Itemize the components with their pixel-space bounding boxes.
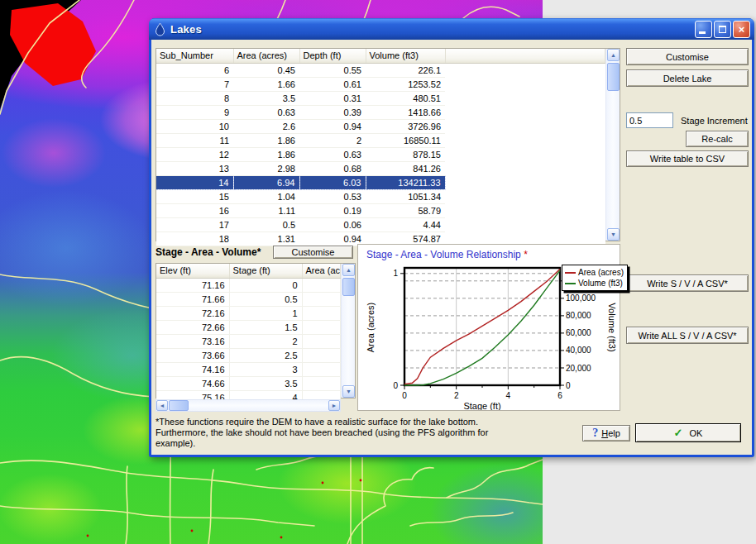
table-row[interactable]: 102.60.943726.96 (156, 119, 605, 133)
svg-text:Stage (ft): Stage (ft) (463, 401, 500, 410)
write-all-sva-csv-button[interactable]: Write ALL S / V / A CSV* (626, 327, 749, 344)
table-row[interactable]: 83.50.31480.51 (156, 91, 605, 105)
lakes-table-vscrollbar[interactable]: ▲ ▼ (605, 49, 620, 241)
sva-chart-panel: Stage - Area - Volume Relationship * Are… (357, 244, 620, 411)
scroll-up-icon[interactable]: ▲ (607, 49, 620, 61)
lakes-dialog: Lakes × Sub_Number Area (acres) Depth (f… (149, 18, 754, 457)
sva-section-title: Stage - Area - Volume* (156, 246, 261, 258)
table-row[interactable]: 72.661.5 (156, 320, 341, 334)
chart-legend: Area (acres) Volume (ft3) (562, 265, 628, 291)
table-row[interactable]: 73.662.5 (156, 348, 341, 362)
check-icon: ✓ (674, 427, 683, 439)
table-row[interactable]: 74.163 (156, 362, 341, 376)
maximize-icon (719, 26, 726, 33)
svg-text:40,000: 40,000 (566, 346, 591, 355)
scrollbar-thumb[interactable] (607, 63, 620, 91)
table-row[interactable]: 71.160 (156, 278, 341, 292)
col-volume[interactable]: Volume (ft3) (366, 49, 445, 63)
maximize-button[interactable] (714, 21, 731, 38)
table-row[interactable]: 161.110.1958.79 (156, 203, 605, 217)
sva-customise-button[interactable]: Customise (273, 246, 353, 259)
lakes-table: Sub_Number Area (acres) Depth (ft) Volum… (156, 48, 620, 241)
sva-table: Elev (ft) Stage (ft) Area (acres) 71.160… (156, 263, 356, 398)
table-row[interactable]: 72.161 (156, 306, 341, 320)
col-filler (445, 49, 605, 63)
table-row[interactable]: 74.663.5 (156, 376, 341, 390)
table-row[interactable]: 90.630.391418.66 (156, 105, 605, 119)
stage-increment-input[interactable] (626, 112, 673, 128)
table-row[interactable]: 151.040.531051.34 (156, 189, 605, 203)
svg-text:1: 1 (393, 269, 398, 278)
svg-text:6: 6 (557, 391, 562, 400)
svg-text:0: 0 (566, 381, 571, 390)
dialog-title: Lakes (170, 23, 695, 36)
svg-text:0: 0 (393, 381, 398, 390)
minimize-button[interactable] (695, 21, 712, 38)
legend-item-volume: Volume (ft3) (565, 278, 624, 289)
droplet-icon (154, 22, 166, 36)
col-area[interactable]: Area (acres) (233, 49, 299, 63)
ok-button[interactable]: ✓ OK (635, 423, 741, 442)
dialog-body: Sub_Number Area (acres) Depth (ft) Volum… (151, 40, 752, 455)
sva-table-hscrollbar[interactable]: ◄ ► (156, 399, 341, 412)
recalc-button[interactable]: Re-calc (686, 131, 749, 147)
write-table-csv-button[interactable]: Write table to CSV (626, 150, 749, 167)
chart-title: Stage - Area - Volume Relationship * (366, 249, 528, 260)
help-button[interactable]: ? Help (582, 425, 630, 441)
scrollbar-thumb[interactable] (169, 400, 189, 411)
sva-table-header: Elev (ft) Stage (ft) Area (acres) (156, 264, 341, 278)
col-sva-area[interactable]: Area (acres) (302, 264, 341, 278)
table-row[interactable]: 71.660.611253.52 (156, 77, 605, 91)
scrollbar-thumb[interactable] (342, 278, 355, 296)
table-row[interactable]: 132.980.68841.26 (156, 161, 605, 175)
scroll-up-icon[interactable]: ▲ (342, 264, 355, 276)
svg-text:2: 2 (454, 391, 459, 400)
close-button[interactable]: × (733, 21, 750, 38)
volume-series-swatch (565, 283, 576, 284)
dialog-titlebar[interactable]: Lakes × (149, 18, 754, 40)
stage-increment-label: Stage Increment (681, 116, 748, 126)
svg-text:80,000: 80,000 (566, 311, 591, 320)
table-row[interactable]: 111.86216850.11 (156, 133, 605, 147)
sva-table-vscrollbar[interactable]: ▲ ▼ (341, 264, 355, 398)
lakes-table-header: Sub_Number Area (acres) Depth (ft) Volum… (156, 49, 605, 63)
footnote-text: *These functions require the DEM to have… (156, 417, 579, 449)
delete-lake-button[interactable]: Delete Lake (626, 69, 749, 87)
svg-text:100,000: 100,000 (566, 293, 596, 303)
svg-text:0: 0 (402, 391, 407, 400)
question-icon: ? (592, 427, 598, 440)
col-elev[interactable]: Elev (ft) (156, 264, 229, 278)
table-row[interactable]: 71.660.5 (156, 292, 341, 306)
customise-button[interactable]: Customise (626, 48, 749, 65)
scroll-right-icon[interactable]: ► (328, 400, 340, 411)
svg-text:4: 4 (506, 391, 511, 400)
scroll-left-icon[interactable]: ◄ (156, 400, 168, 411)
write-sva-csv-button[interactable]: Write S / V / A CSV* (626, 274, 749, 292)
minimize-icon (699, 31, 706, 34)
scroll-down-icon[interactable]: ▼ (607, 228, 620, 241)
table-row[interactable]: 60.450.55226.1 (156, 63, 605, 77)
scroll-down-icon[interactable]: ▼ (342, 385, 355, 398)
area-series-swatch (565, 272, 576, 274)
table-row[interactable]: 121.860.63878.15 (156, 147, 605, 161)
legend-item-area: Area (acres) (565, 267, 624, 278)
svg-text:60,000: 60,000 (566, 328, 591, 337)
chart-title-asterisk: * (524, 249, 528, 260)
table-row[interactable]: 170.50.064.44 (156, 217, 605, 231)
col-depth[interactable]: Depth (ft) (299, 49, 366, 63)
table-row[interactable]: 73.162 (156, 334, 341, 348)
close-icon: × (739, 23, 745, 36)
svg-text:20,000: 20,000 (566, 364, 591, 373)
col-stage[interactable]: Stage (ft) (229, 264, 302, 278)
col-sub-number[interactable]: Sub_Number (156, 49, 233, 63)
table-row[interactable]: 146.946.03134211.33 (156, 175, 605, 189)
